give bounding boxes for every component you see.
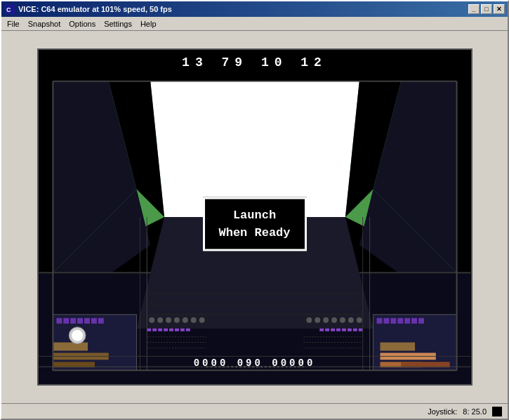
joystick-label: Joystick: [428, 407, 457, 416]
svg-rect-68 [352, 329, 357, 332]
svg-rect-60 [180, 329, 184, 332]
svg-rect-65 [336, 329, 341, 332]
svg-rect-17 [63, 318, 69, 324]
hud-bottom: 0000 090 00000 [39, 357, 471, 369]
status-bar: Joystick: 8: 25.0 [1, 403, 508, 419]
svg-point-42 [166, 317, 171, 323]
svg-text:C: C [6, 6, 11, 13]
game-display: 13 79 10 12 [39, 50, 471, 384]
svg-point-47 [306, 317, 312, 323]
svg-rect-66 [341, 329, 345, 332]
svg-rect-29 [376, 318, 382, 324]
svg-point-51 [339, 317, 345, 323]
svg-rect-30 [383, 318, 389, 324]
status-dot [492, 407, 502, 416]
svg-rect-64 [331, 329, 335, 332]
svg-rect-32 [397, 318, 403, 324]
svg-rect-19 [77, 318, 83, 324]
menu-help[interactable]: Help [136, 18, 161, 29]
launch-line2: When Ready [218, 224, 290, 242]
svg-point-50 [331, 317, 337, 323]
window-controls: _ □ ✕ [468, 4, 505, 14]
svg-rect-16 [56, 318, 62, 324]
menu-snapshot[interactable]: Snapshot [24, 18, 65, 29]
launch-line1: Launch [218, 206, 290, 224]
launch-dialog: Launch When Ready [202, 197, 306, 251]
menu-bar: File Snapshot Options Settings Help [1, 17, 508, 31]
svg-rect-69 [358, 329, 362, 332]
svg-rect-18 [70, 318, 76, 324]
svg-point-48 [315, 317, 320, 323]
emulator-screen: 13 79 10 12 [37, 48, 472, 386]
content-area: 13 79 10 12 [1, 31, 508, 403]
menu-settings[interactable]: Settings [100, 18, 136, 29]
svg-rect-20 [84, 318, 90, 324]
svg-rect-54 [147, 329, 151, 332]
svg-rect-36 [380, 343, 415, 351]
svg-point-43 [173, 317, 179, 323]
svg-rect-58 [169, 329, 173, 332]
menu-file[interactable]: File [3, 18, 24, 29]
svg-point-27 [72, 330, 83, 341]
svg-rect-57 [164, 329, 168, 332]
svg-point-41 [157, 317, 163, 323]
svg-rect-21 [91, 318, 96, 324]
window-title: VICE: C64 emulator at 101% speed, 50 fps [18, 5, 468, 13]
svg-rect-31 [390, 318, 396, 324]
svg-rect-62 [319, 329, 324, 332]
svg-rect-23 [53, 343, 88, 351]
svg-point-45 [190, 317, 196, 323]
svg-rect-59 [174, 329, 178, 332]
svg-point-44 [182, 317, 187, 323]
svg-rect-33 [404, 318, 410, 324]
svg-rect-55 [152, 329, 157, 332]
svg-rect-35 [418, 318, 424, 324]
app-icon: C [4, 4, 15, 15]
svg-point-40 [149, 317, 154, 323]
speed-indicator: 8: 25.0 [463, 407, 487, 416]
svg-rect-34 [411, 318, 417, 324]
close-button[interactable]: ✕ [494, 4, 505, 14]
svg-rect-67 [347, 329, 351, 332]
svg-point-53 [356, 317, 362, 323]
minimize-button[interactable]: _ [468, 4, 480, 14]
svg-rect-22 [98, 318, 103, 324]
svg-point-52 [348, 317, 353, 323]
maximize-button[interactable]: □ [481, 4, 492, 14]
application-window: C VICE: C64 emulator at 101% speed, 50 f… [0, 0, 509, 420]
svg-point-49 [323, 317, 329, 323]
title-bar: C VICE: C64 emulator at 101% speed, 50 f… [1, 1, 508, 17]
svg-point-46 [199, 317, 204, 323]
svg-rect-63 [325, 329, 329, 332]
svg-rect-56 [158, 329, 162, 332]
hud-top: 13 79 10 12 [39, 55, 471, 70]
menu-options[interactable]: Options [65, 18, 100, 29]
svg-rect-61 [185, 329, 190, 332]
